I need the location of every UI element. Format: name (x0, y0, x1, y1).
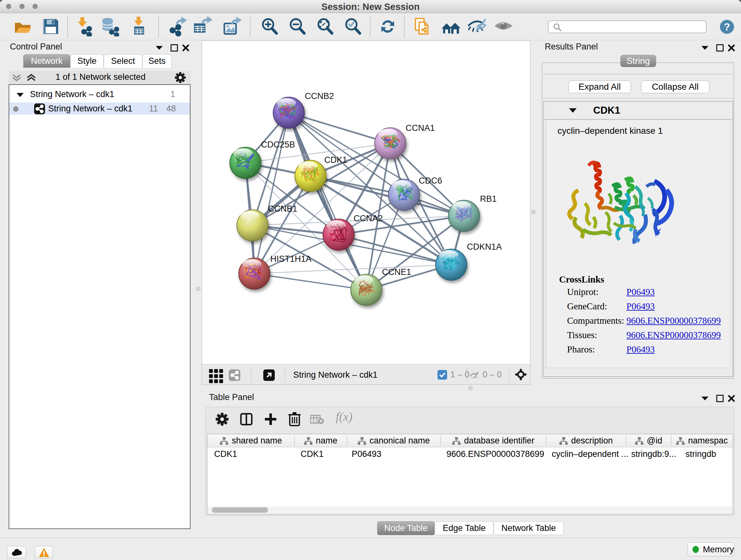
svg-text:CCNB1: CCNB1 (268, 204, 297, 213)
svg-text:HIST1H1A: HIST1H1A (270, 254, 312, 264)
svg-text:CDK1: CDK1 (324, 155, 347, 165)
svg-text:CCNA1: CCNA1 (406, 123, 435, 133)
svg-text:CCNB2: CCNB2 (305, 91, 334, 101)
svg-text:CCNA2: CCNA2 (354, 213, 383, 223)
svg-text:CDKN1A: CDKN1A (467, 242, 502, 252)
svg-text:CDC6: CDC6 (419, 176, 442, 186)
svg-text:CDC25B: CDC25B (261, 140, 295, 149)
svg-text:CCNE1: CCNE1 (382, 267, 411, 277)
svg-text:RB1: RB1 (480, 194, 497, 204)
